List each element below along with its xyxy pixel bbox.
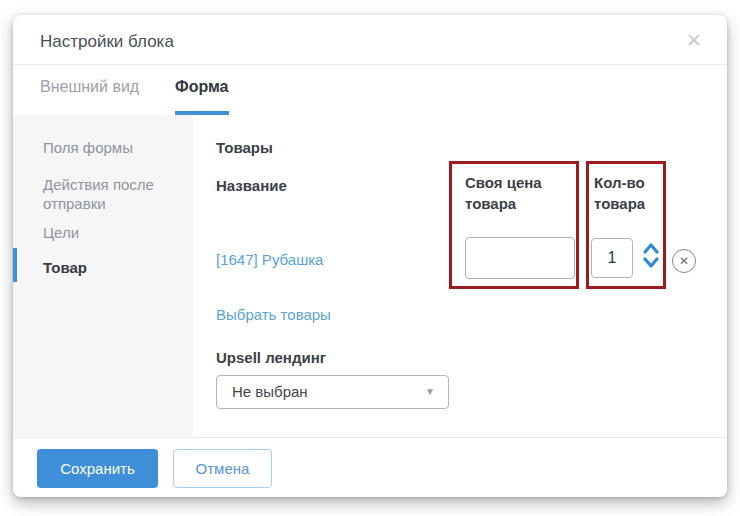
save-button[interactable]: Сохранить — [37, 449, 158, 488]
block-settings-dialog: Настройки блока ✕ Внешний вид Форма Поля… — [13, 15, 727, 497]
custom-price-input[interactable] — [465, 237, 575, 279]
sidebar-item-product[interactable]: Товар — [43, 258, 169, 277]
qty-decrease-button[interactable] — [643, 256, 659, 270]
select-products-link[interactable]: Выбрать товары — [216, 306, 331, 323]
quantity-stepper — [643, 242, 659, 274]
remove-x-icon: ✕ — [679, 254, 689, 268]
sidebar-item-after-submit[interactable]: Действия после отправки — [43, 175, 169, 213]
price-column-label: Своя цена товара — [465, 172, 565, 214]
qty-increase-button[interactable] — [643, 242, 659, 256]
dialog-title: Настройки блока — [40, 32, 174, 52]
tab-appearance[interactable]: Внешний вид — [40, 77, 139, 111]
remove-product-button[interactable]: ✕ — [672, 249, 696, 273]
settings-sidebar: Поля формы Действия после отправки Цели … — [13, 115, 193, 437]
sidebar-item-goals[interactable]: Цели — [43, 223, 169, 242]
chevron-up-icon — [643, 242, 659, 256]
upsell-landing-select[interactable]: Не выбран ▼ — [216, 375, 449, 409]
upsell-landing-label: Upsell лендинг — [216, 349, 326, 366]
dialog-header: Настройки блока ✕ — [13, 15, 727, 65]
products-section-title: Товары — [216, 139, 273, 156]
close-icon[interactable]: ✕ — [682, 29, 706, 53]
product-name-column-label: Название — [216, 177, 287, 194]
dialog-footer: Сохранить Отмена — [13, 437, 727, 497]
annotation-box-price: Своя цена товара — [449, 161, 579, 289]
chevron-down-icon — [643, 256, 659, 270]
chevron-down-icon: ▼ — [425, 386, 435, 397]
cancel-button[interactable]: Отмена — [173, 449, 272, 488]
active-item-indicator — [13, 248, 17, 282]
sidebar-item-form-fields[interactable]: Поля формы — [43, 138, 169, 157]
tab-form[interactable]: Форма — [175, 77, 229, 115]
quantity-column-label: Кол-во товара — [594, 172, 660, 214]
quantity-input[interactable] — [591, 238, 633, 278]
upsell-selected-value: Не выбран — [232, 383, 308, 400]
annotation-box-quantity: Кол-во товара — [586, 161, 666, 289]
product-item-link[interactable]: [1647] Рубашка — [216, 251, 323, 268]
